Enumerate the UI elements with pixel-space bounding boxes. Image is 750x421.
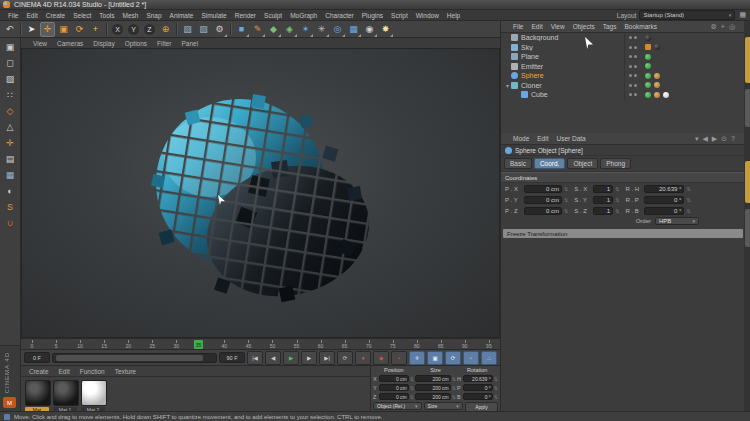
- scale-field[interactable]: 1: [593, 207, 613, 215]
- subdivision-surface-icon[interactable]: ◆: [266, 22, 281, 37]
- layers-panel-tab[interactable]: [745, 209, 750, 247]
- menu-item[interactable]: Help: [443, 12, 464, 19]
- viewport-menu-item[interactable]: Options: [121, 40, 151, 47]
- viewport-canvas[interactable]: [21, 48, 500, 338]
- menu-item[interactable]: File: [4, 12, 22, 19]
- lock-y-axis-icon[interactable]: Y: [126, 22, 141, 37]
- viewport-menu-item[interactable]: Cameras: [53, 40, 87, 47]
- texture-axis-icon[interactable]: ▤: [3, 152, 18, 166]
- menu-item[interactable]: Mesh: [118, 12, 142, 19]
- spline-pen-icon[interactable]: ✎: [250, 22, 265, 37]
- camera-icon[interactable]: ◉: [362, 22, 377, 37]
- enabled-check-tag-icon[interactable]: [645, 92, 651, 98]
- model-mode-icon[interactable]: ◻: [3, 56, 18, 70]
- light-icon[interactable]: ✸: [378, 22, 393, 37]
- expander-icon[interactable]: ▾: [504, 82, 511, 89]
- viewport-menu-item[interactable]: Panel: [178, 40, 203, 47]
- live-selection-icon[interactable]: ➤: [24, 22, 39, 37]
- history-forward-icon[interactable]: ▶: [710, 135, 719, 143]
- object-name[interactable]: Sphere: [521, 72, 624, 79]
- menu-item[interactable]: Sculpt: [260, 12, 286, 19]
- scale-tool-icon[interactable]: ▣: [56, 22, 71, 37]
- object-manager-menu-item[interactable]: View: [547, 23, 569, 30]
- freeze-transformation-header[interactable]: Freeze Transformation: [503, 229, 743, 238]
- axis-mode-icon[interactable]: ✛: [3, 136, 18, 150]
- mograph-cloner-icon[interactable]: ✶: [298, 22, 313, 37]
- dropdown-arrow-icon[interactable]: ▾: [693, 135, 701, 143]
- scale-field[interactable]: 1: [593, 196, 613, 204]
- object-row[interactable]: Plane: [501, 52, 745, 62]
- rotation-field[interactable]: 0 °: [644, 207, 684, 215]
- layout-grid-icon[interactable]: ▦: [739, 11, 746, 19]
- enabled-check-tag-icon[interactable]: [645, 54, 651, 60]
- size-field[interactable]: 200 cm: [415, 375, 451, 382]
- menu-item[interactable]: MoGraph: [286, 12, 321, 19]
- particles-icon[interactable]: ✳: [314, 22, 329, 37]
- timeline-playhead[interactable]: 35: [194, 340, 203, 349]
- scale-field[interactable]: 1: [593, 185, 613, 193]
- object-name[interactable]: Cube: [531, 91, 624, 98]
- toolbar-separator[interactable]: [104, 22, 109, 37]
- filter-icon[interactable]: ⚙: [709, 23, 719, 31]
- phong-tag-icon[interactable]: [654, 82, 660, 88]
- object-tags[interactable]: [641, 44, 745, 50]
- render-settings-icon[interactable]: ⚙: [212, 22, 227, 37]
- phong-tag-icon[interactable]: [654, 73, 660, 79]
- object-tags[interactable]: [641, 92, 745, 98]
- play-button[interactable]: ▶: [283, 351, 299, 365]
- size-field[interactable]: 200 cm: [415, 393, 451, 400]
- coordinate-system-icon[interactable]: ⊕: [158, 22, 173, 37]
- object-manager-menu-item[interactable]: Edit: [527, 23, 546, 30]
- object-row[interactable]: Cube: [501, 90, 745, 100]
- object-row[interactable]: Background: [501, 33, 745, 43]
- snap-icon[interactable]: S: [3, 200, 18, 214]
- timeline-ruler[interactable]: 05101520253035404550556065707580859095 3…: [21, 338, 500, 350]
- material-menu-item[interactable]: Create: [25, 368, 53, 375]
- deformer-icon[interactable]: ◎: [330, 22, 345, 37]
- lock-icon[interactable]: ⊙: [719, 135, 729, 143]
- viewport-menu-item[interactable]: Display: [89, 40, 118, 47]
- record-keyframe-button[interactable]: ●: [355, 351, 371, 365]
- render-region-icon[interactable]: ▨: [196, 22, 211, 37]
- attribute-tab[interactable]: Basic: [504, 158, 532, 169]
- objects-panel-tab[interactable]: [745, 37, 750, 83]
- keyframe-selection-button[interactable]: ▪: [391, 351, 407, 365]
- undo-icon[interactable]: ↶: [2, 22, 17, 37]
- coordinate-mode-dropdown[interactable]: Object (Rel.)▾: [373, 402, 422, 410]
- next-frame-button[interactable]: ▶: [301, 351, 317, 365]
- menu-item[interactable]: Window: [412, 12, 443, 19]
- toolbar-separator[interactable]: [174, 22, 179, 37]
- material-menu-item[interactable]: Edit: [55, 368, 74, 375]
- layout-selector[interactable]: Startup (Stand) ▾: [639, 10, 735, 20]
- goto-start-button[interactable]: |◀: [247, 351, 263, 365]
- menu-item[interactable]: Render: [231, 12, 260, 19]
- menu-item[interactable]: Plugins: [358, 12, 387, 19]
- goto-end-button[interactable]: ▶|: [319, 351, 335, 365]
- range-end-field[interactable]: 90 F: [219, 352, 245, 363]
- object-row[interactable]: Sphere: [501, 71, 745, 81]
- visibility-dots[interactable]: [624, 71, 641, 81]
- object-row[interactable]: ▾ Cloner: [501, 81, 745, 91]
- object-name[interactable]: Cloner: [521, 82, 624, 89]
- position-field[interactable]: 0 cm: [524, 196, 562, 204]
- visibility-dots[interactable]: [624, 33, 641, 43]
- position-field[interactable]: 0 cm: [524, 207, 562, 215]
- object-manager-menu-item[interactable]: Bookmarks: [620, 23, 661, 30]
- visibility-dots[interactable]: [624, 43, 641, 53]
- object-manager-menu-item[interactable]: Tags: [599, 23, 621, 30]
- texture-tag-icon[interactable]: [663, 92, 669, 98]
- size-mode-dropdown[interactable]: Size▾: [424, 402, 463, 410]
- material-item[interactable]: Mat: [25, 380, 49, 413]
- viewport-menu-item[interactable]: View: [29, 40, 51, 47]
- object-tags[interactable]: [641, 35, 745, 41]
- record-position-button[interactable]: ✛: [409, 351, 425, 365]
- compositing-tag-icon[interactable]: [645, 44, 651, 50]
- enabled-check-tag-icon[interactable]: [645, 63, 651, 69]
- lock-x-axis-icon[interactable]: X: [110, 22, 125, 37]
- range-start-field[interactable]: 0 F: [24, 352, 50, 363]
- record-scale-button[interactable]: ▣: [427, 351, 443, 365]
- timeline-scrollbar[interactable]: [52, 353, 217, 363]
- render-view-icon[interactable]: ▧: [180, 22, 195, 37]
- visibility-dots[interactable]: [624, 62, 641, 72]
- material-item[interactable]: Mat.2: [81, 380, 105, 413]
